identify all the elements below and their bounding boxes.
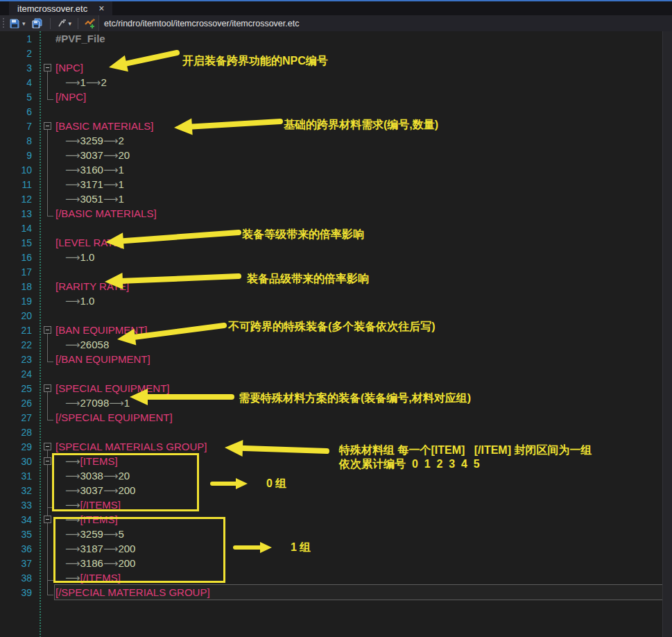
fold-collapse-icon[interactable] bbox=[44, 516, 51, 523]
code-line[interactable]: 5[/NPC] bbox=[0, 90, 663, 104]
file-path-field[interactable]: etc/rindro/itemtool/itemcrossover/itemcr… bbox=[98, 15, 672, 31]
code-line[interactable]: 22⟶ 26058 bbox=[0, 337, 663, 352]
code-line[interactable]: 35⟶ 3259 ⟶ 5 bbox=[0, 527, 663, 541]
section-tag: [/ITEMS] bbox=[80, 572, 121, 584]
line-content: [/SPECIAL EQUIPMENT] bbox=[55, 410, 173, 425]
value: 3051 bbox=[80, 193, 103, 205]
chevron-down-icon[interactable]: ▾ bbox=[69, 20, 72, 27]
code-line[interactable]: 39[/SPECIAL MATERIALS GROUP] bbox=[0, 585, 663, 600]
fold-collapse-icon[interactable] bbox=[44, 122, 51, 130]
code-line[interactable]: 6 bbox=[0, 104, 663, 119]
line-content: ⟶ 3186 ⟶ 200 bbox=[65, 556, 135, 570]
code-line[interactable]: 20 bbox=[0, 308, 663, 323]
line-number: 30 bbox=[0, 456, 32, 467]
code-line[interactable]: 16⟶ 1.0 bbox=[0, 250, 663, 264]
code-line[interactable]: 17 bbox=[0, 264, 663, 279]
code-line[interactable]: 4⟶ 1 ⟶ 2 bbox=[0, 75, 663, 90]
code-line[interactable]: 21[BAN EQUIPMENT] bbox=[0, 323, 663, 337]
fold-collapse-icon[interactable] bbox=[44, 443, 51, 450]
code-line[interactable]: 7[BASIC MATERIALS] bbox=[0, 119, 663, 133]
code-line[interactable]: 10⟶ 3160 ⟶ 1 bbox=[0, 162, 663, 177]
arrow-token: ⟶ bbox=[65, 339, 80, 351]
code-line[interactable]: 38⟶ [/ITEMS] bbox=[0, 570, 663, 585]
code-line[interactable]: 19⟶ 1.0 bbox=[0, 294, 663, 308]
arrow-token: ⟶ bbox=[103, 149, 119, 162]
arrow-token: ⟶ bbox=[65, 557, 80, 570]
code-line[interactable]: 31⟶ 3038 ⟶ 20 bbox=[0, 468, 663, 483]
crossover-add-button[interactable] bbox=[83, 17, 97, 30]
code-line[interactable]: 11⟶ 3171 ⟶ 1 bbox=[0, 177, 663, 192]
code-line[interactable]: 24 bbox=[0, 366, 663, 381]
line-content: ⟶ 3037 ⟶ 20 bbox=[65, 148, 130, 162]
line-content: [/BASIC MATERIALS] bbox=[55, 206, 157, 221]
code-line[interactable]: 23[/BAN EQUIPMENT] bbox=[0, 352, 663, 366]
line-content: ⟶ 1.0 bbox=[65, 250, 94, 264]
code-editor[interactable]: 1#PVF_File23[NPC]4⟶ 1 ⟶ 25[/NPC]67[BASIC… bbox=[0, 31, 672, 637]
arrow-token: ⟶ bbox=[103, 528, 119, 541]
code-line[interactable]: 3[NPC] bbox=[0, 60, 663, 75]
grip-handle[interactable] bbox=[1, 18, 6, 29]
chevron-down-icon[interactable]: ▾ bbox=[22, 20, 26, 27]
line-number: 21 bbox=[0, 325, 32, 336]
fold-guide-corner bbox=[47, 507, 53, 508]
code-line[interactable]: 12⟶ 3051 ⟶ 1 bbox=[0, 192, 663, 206]
code-line[interactable]: 36⟶ 3187 ⟶ 200 bbox=[0, 541, 663, 556]
line-number: 14 bbox=[0, 223, 32, 234]
fold-collapse-icon[interactable] bbox=[44, 326, 51, 334]
line-content: [SPECIAL EQUIPMENT] bbox=[55, 381, 169, 396]
fold-collapse-icon[interactable] bbox=[44, 384, 51, 392]
arrow-token: ⟶ bbox=[65, 76, 80, 89]
code-line[interactable]: 30⟶ [ITEMS] bbox=[0, 454, 663, 468]
fold-collapse-icon[interactable] bbox=[44, 457, 51, 465]
value: 1 bbox=[118, 193, 123, 205]
fold-collapse-icon[interactable] bbox=[44, 64, 51, 71]
section-tag: [/BAN EQUIPMENT] bbox=[55, 353, 150, 365]
value: 20 bbox=[118, 470, 130, 482]
save-button[interactable]: ▾ bbox=[8, 17, 27, 30]
line-content: ⟶ 3259 ⟶ 5 bbox=[65, 527, 124, 541]
code-line[interactable]: 18[RARITY RATE] bbox=[0, 279, 663, 294]
code-line[interactable]: 14 bbox=[0, 221, 663, 235]
value: 1.0 bbox=[80, 251, 95, 263]
arrow-token: ⟶ bbox=[65, 470, 80, 482]
fold-guide-line bbox=[47, 523, 48, 580]
arrow-token: ⟶ bbox=[65, 193, 80, 205]
save-all-button[interactable] bbox=[30, 17, 45, 30]
tool-button[interactable]: ▾ bbox=[55, 18, 74, 29]
line-content: [SPECIAL MATERIALS GROUP] bbox=[55, 439, 207, 454]
code-line[interactable]: 15[LEVEL RATE] bbox=[0, 235, 663, 250]
section-tag: [/SPECIAL MATERIALS GROUP] bbox=[55, 586, 210, 598]
code-line[interactable]: 27[/SPECIAL EQUIPMENT] bbox=[0, 410, 663, 425]
code-line[interactable]: 28 bbox=[0, 425, 663, 439]
section-tag: [/BASIC MATERIALS] bbox=[55, 207, 157, 219]
value: 3171 bbox=[80, 178, 103, 190]
line-number: 4 bbox=[0, 77, 32, 88]
value: 5 bbox=[118, 528, 123, 540]
code-line[interactable]: 32⟶ 3037 ⟶ 200 bbox=[0, 483, 663, 498]
code-line[interactable]: 1#PVF_File bbox=[0, 31, 663, 46]
line-content: [BAN EQUIPMENT] bbox=[55, 323, 148, 337]
code-line[interactable]: 33⟶ [/ITEMS] bbox=[0, 498, 663, 512]
value: 3160 bbox=[80, 164, 103, 176]
value: 3037 bbox=[80, 149, 103, 161]
line-content: [LEVEL RATE] bbox=[55, 235, 123, 250]
tab-itemcrossover[interactable]: itemcrossover.etc × bbox=[9, 1, 112, 15]
arrow-token: ⟶ bbox=[103, 164, 119, 176]
arrow-token: ⟶ bbox=[65, 251, 80, 264]
code-line[interactable]: 13[/BASIC MATERIALS] bbox=[0, 206, 663, 221]
code-line[interactable]: 8⟶ 3259 ⟶ 2 bbox=[0, 133, 663, 148]
close-icon[interactable]: × bbox=[98, 3, 104, 14]
value: 200 bbox=[118, 557, 135, 569]
code-line[interactable]: 25[SPECIAL EQUIPMENT] bbox=[0, 381, 663, 396]
vertical-scrollbar[interactable] bbox=[662, 31, 672, 637]
value: 27098 bbox=[80, 397, 110, 409]
code-line[interactable]: 29[SPECIAL MATERIALS GROUP] bbox=[0, 439, 663, 454]
fold-guide-line bbox=[47, 71, 48, 99]
code-line[interactable]: 26⟶ 27098 ⟶ 1 bbox=[0, 396, 663, 410]
code-line[interactable]: 2 bbox=[0, 46, 663, 60]
code-line[interactable]: 34⟶ [ITEMS] bbox=[0, 512, 663, 527]
line-number: 8 bbox=[0, 135, 32, 146]
code-line[interactable]: 9⟶ 3037 ⟶ 20 bbox=[0, 148, 663, 162]
code-line[interactable]: 37⟶ 3186 ⟶ 200 bbox=[0, 556, 663, 570]
arrow-token: ⟶ bbox=[109, 397, 124, 409]
